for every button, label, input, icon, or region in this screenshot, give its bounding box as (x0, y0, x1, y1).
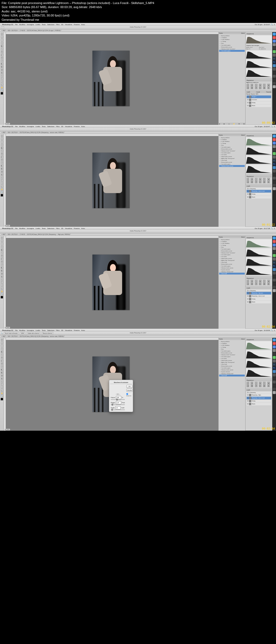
crop-tool[interactable]: ▣ (1, 44, 3, 47)
lasso-tool[interactable]: 〰 (1, 141, 3, 143)
dock-app-icon[interactable] (273, 388, 276, 390)
eye-icon[interactable] (247, 295, 249, 297)
opt-100[interactable]: 100% (20, 332, 25, 335)
dodge-tool[interactable]: ◐ (1, 173, 3, 176)
eye-icon[interactable] (247, 292, 249, 294)
bw-icon[interactable]: ◑ (247, 283, 249, 285)
actions-list[interactable]: ✓Azioni predefinite ✓▸Workflow ✓▾2017 Wo… (219, 238, 245, 275)
canvas-area[interactable]: 22,54% (4, 134, 218, 227)
menu-image[interactable]: Immagine (27, 228, 34, 229)
path-tool[interactable]: ↗ (1, 80, 3, 83)
dock-app-icon[interactable] (273, 370, 276, 373)
layers-list[interactable]: ▾Sharpening Sharpening – High... Sharpen… (246, 391, 272, 406)
zoom-tool[interactable]: 🔍 (1, 293, 3, 296)
spotlight-icon[interactable]: 🔍 (271, 329, 273, 331)
menu-edit[interactable]: Modifica (19, 330, 25, 331)
eyedropper-tool[interactable]: ✎ (1, 251, 3, 254)
dock-app-icon[interactable] (273, 138, 276, 141)
stamp-tool[interactable]: ⊞ (1, 362, 3, 365)
path-tool[interactable]: ↗ (1, 284, 3, 287)
adjustments-tab[interactable]: Regolazioni (247, 176, 254, 177)
menu-icon[interactable]: ≡ (274, 24, 275, 25)
blend-mode[interactable]: Normale (246, 93, 250, 95)
healing-tool[interactable]: ✚ (1, 152, 3, 155)
layers-tab[interactable]: Livelli (247, 287, 250, 289)
foreground-color[interactable] (1, 92, 3, 95)
marquee-tool[interactable]: ◻ (1, 341, 3, 344)
radius-input[interactable] (116, 401, 121, 404)
crop-tool[interactable]: ▣ (1, 146, 3, 149)
levels-icon[interactable]: ⧫ (251, 178, 253, 180)
hand-tool[interactable]: ✋ (1, 188, 3, 191)
menu-view[interactable]: Visualizza (65, 24, 72, 25)
color-lookup-icon[interactable]: ▤ (259, 385, 261, 387)
eye-icon[interactable] (247, 99, 249, 100)
eye-icon[interactable] (247, 196, 249, 198)
eye-icon[interactable] (247, 392, 249, 393)
hue-icon[interactable]: ◉ (267, 178, 270, 180)
adjustments-tab[interactable]: Regolazioni (247, 278, 254, 279)
pen-tool[interactable]: ✒ (1, 380, 3, 383)
eye-icon[interactable] (247, 188, 249, 189)
home-icon[interactable]: ⌂ (1, 26, 4, 29)
menu-select[interactable]: Selezione (47, 24, 54, 25)
threshold-slider[interactable] (111, 409, 125, 410)
dock-app-icon[interactable] (273, 47, 276, 50)
actions-tab[interactable]: Azioni (241, 236, 245, 238)
photo-filter-icon[interactable]: ▦ (251, 87, 253, 89)
type-tool[interactable]: T (1, 281, 3, 284)
dock-photoshop-icon[interactable]: Ps (273, 265, 276, 268)
zoom-tool[interactable]: 🔍 (1, 89, 3, 92)
dock-lightroom-icon[interactable]: Lr (273, 363, 276, 366)
stamp-tool[interactable]: ⊞ (1, 158, 3, 161)
invert-icon[interactable]: ◧ (263, 181, 265, 183)
dock-app-icon[interactable] (273, 142, 276, 145)
menu-edit[interactable]: Modifica (19, 228, 25, 229)
photo-filter-icon[interactable]: ▦ (251, 283, 253, 285)
move-tool[interactable]: ✥ (1, 135, 3, 137)
menu-image[interactable]: Immagine (27, 126, 34, 127)
dock-app-icon[interactable] (273, 282, 276, 285)
app-name[interactable]: Photoshop CC (2, 228, 13, 229)
eye-icon[interactable] (247, 403, 249, 405)
dock-app-icon[interactable] (273, 170, 276, 173)
dock-app-icon[interactable] (273, 50, 276, 53)
exposure-icon[interactable]: ◐ (259, 178, 261, 180)
lasso-tool[interactable]: 〰 (1, 39, 3, 41)
pen-tool[interactable]: ✒ (1, 278, 3, 281)
eraser-tool[interactable]: ◧ (1, 368, 3, 371)
trash-icon[interactable]: 🗑 (243, 123, 245, 125)
posterize-icon[interactable]: ▮ (267, 87, 270, 89)
document-tab[interactable]: x 3627 — 918 × 20170114 — 17:46:05 — 201… (0, 233, 276, 236)
menu-file[interactable]: File (15, 24, 18, 25)
document-tab[interactable]: x 3627 — 918 × 20170114 — 20170114Chiara… (0, 131, 276, 134)
canvas-area[interactable]: Maschera di contrasto − 100% + Fattore:%… (4, 338, 218, 431)
menu-edit[interactable]: Modifica (19, 24, 25, 25)
spotlight-icon[interactable]: 🔍 (271, 23, 273, 25)
invert-icon[interactable]: ◧ (263, 283, 265, 285)
history-brush-tool[interactable]: ↺ (1, 161, 3, 164)
foreground-color[interactable] (1, 194, 3, 197)
opt-scroll-all[interactable]: Scorri tutte le finestre (4, 332, 19, 335)
menu-window[interactable]: Finestra (74, 330, 80, 331)
actions-list[interactable]: ✓Azioni predefinite ✓▸Workflow ✓▾2017 Wo… (219, 136, 245, 167)
photo-filter-icon[interactable]: ▦ (251, 385, 253, 387)
history-brush-tool[interactable]: ↺ (1, 263, 3, 266)
eraser-tool[interactable]: ◧ (1, 266, 3, 269)
dock-app-icon[interactable] (273, 184, 276, 187)
hand-tool[interactable]: ✋ (1, 290, 3, 293)
histogram-tab[interactable]: Istogramma (247, 135, 254, 136)
menu-text[interactable]: Testo (42, 330, 46, 331)
dock-app-icon[interactable] (273, 349, 276, 352)
gradient-tool[interactable]: ▦ (1, 167, 3, 170)
adjustments-tab[interactable]: Regolazioni (247, 379, 254, 381)
dock-app-icon[interactable] (273, 75, 276, 78)
menu-file[interactable]: File (15, 228, 18, 229)
history-tab[interactable]: Storia (219, 32, 223, 34)
dock-trash-icon[interactable] (273, 391, 276, 394)
actions-tab[interactable]: Azioni (241, 32, 245, 34)
adjustments-tab[interactable]: Regolazioni (247, 80, 254, 81)
brightness-icon[interactable]: ☀ (247, 280, 249, 282)
dock-trash-icon[interactable] (273, 289, 276, 292)
spotlight-icon[interactable]: 🔍 (271, 227, 273, 229)
